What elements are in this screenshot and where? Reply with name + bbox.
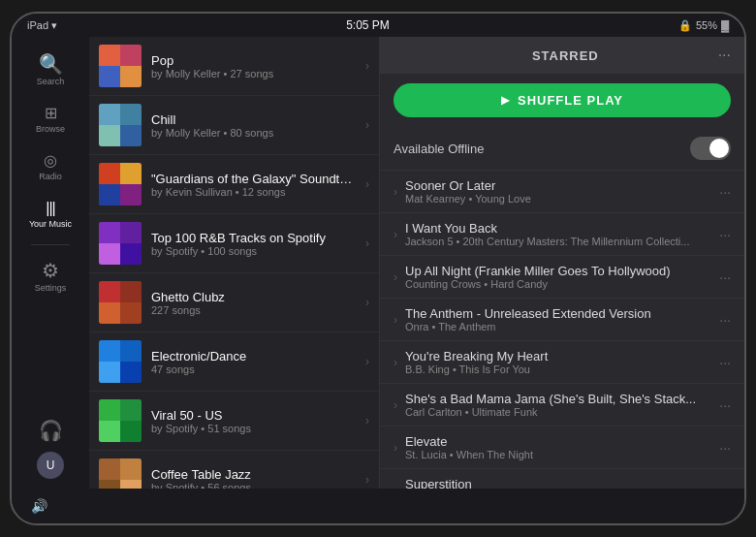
sidebar-item-browse[interactable]: ⊞ Browse [16, 98, 85, 142]
chevron-right-icon: › [365, 59, 369, 73]
playlist-name: Top 100 R&B Tracks on Spotify [151, 231, 356, 245]
sidebar-divider [31, 244, 70, 245]
track-options-icon[interactable]: ··· [719, 269, 731, 285]
playlist-name: Coffee Table Jazz [151, 467, 356, 482]
chevron-right-icon: › [394, 185, 397, 199]
sidebar-item-browse-label: Browse [36, 124, 65, 134]
sidebar-item-radio[interactable]: ◎ Radio [16, 145, 85, 189]
ipad-label: iPad ▾ [27, 19, 57, 32]
sidebar-item-settings[interactable]: ⚙ Settings [16, 253, 85, 300]
avatar[interactable]: U [37, 452, 64, 479]
track-artist: Mat Kearney • Young Love [405, 193, 711, 205]
list-item[interactable]: Ghetto Clubz 227 songs › [89, 273, 379, 332]
playlist-thumb-pop [99, 45, 142, 87]
list-item[interactable]: Electronic/Dance 47 songs › [89, 332, 379, 392]
radio-icon: ◎ [44, 153, 57, 169]
track-options-icon[interactable]: ··· [719, 184, 731, 200]
your-music-icon: ||| [46, 201, 54, 216]
chevron-right-icon: › [365, 237, 369, 250]
track-options-icon[interactable]: ··· [719, 397, 731, 413]
sidebar-item-search[interactable]: 🔍 Search [16, 47, 85, 94]
track-options-icon[interactable]: ··· [719, 355, 731, 370]
track-artist: B.B. King • This Is For You [405, 363, 711, 375]
track-info: You're Breaking My Heart B.B. King • Thi… [405, 349, 711, 375]
track-artist: Carl Carlton • Ultimate Funk [405, 406, 711, 418]
headphones-icon: 🎧 [39, 421, 63, 440]
track-name: Superstition [405, 477, 711, 489]
browse-icon: ⊞ [45, 106, 57, 121]
chevron-right-icon: › [365, 118, 369, 132]
track-info: Elevate St. Lucia • When The Night [405, 434, 711, 460]
playlist-name: Pop [151, 53, 356, 68]
track-info: Up All Night (Frankie Miller Goes To Hol… [405, 264, 711, 290]
playlist-meta: by Spotify • 100 songs [151, 245, 356, 257]
chevron-right-icon: › [365, 177, 369, 191]
status-bar: iPad ▾ 5:05 PM 🔒 55% ▓ [12, 14, 744, 37]
list-item[interactable]: Pop by Molly Keller • 27 songs › [89, 37, 379, 96]
track-options-icon[interactable]: ··· [719, 227, 731, 242]
track-info: I Want You Back Jackson 5 • 20th Century… [405, 221, 711, 247]
track-options-icon[interactable]: ··· [719, 312, 731, 328]
table-row[interactable]: › The Anthem - Unreleased Extended Versi… [380, 299, 744, 341]
track-panel: STARRED ··· ▶ SHUFFLE PLAY Available Off… [380, 37, 744, 489]
table-row[interactable]: › You're Breaking My Heart B.B. King • T… [380, 341, 744, 384]
table-row[interactable]: › She's a Bad Mama Jama (She's Built, Sh… [380, 384, 744, 426]
track-artist: Onra • The Anthem [405, 321, 711, 332]
track-name: Up All Night (Frankie Miller Goes To Hol… [405, 264, 711, 278]
track-name: You're Breaking My Heart [405, 349, 711, 363]
table-row[interactable]: › Elevate St. Lucia • When The Night ··· [380, 426, 744, 469]
playlist-name: Chill [151, 112, 356, 127]
shuffle-play-button[interactable]: ▶ SHUFFLE PLAY [394, 83, 731, 117]
list-item[interactable]: Chill by Molly Keller • 80 songs › [89, 96, 379, 155]
playlist-panel: Pop by Molly Keller • 27 songs › Chill b… [89, 37, 380, 489]
status-right: 🔒 55% ▓ [678, 19, 729, 32]
playlist-info: Chill by Molly Keller • 80 songs [151, 112, 356, 139]
table-row[interactable]: › Up All Night (Frankie Miller Goes To H… [380, 256, 744, 299]
offline-row: Available Offline [380, 127, 744, 171]
playlist-thumb-guardians [99, 163, 142, 205]
playlist-thumb-electronic [99, 340, 142, 383]
list-item[interactable]: Viral 50 - US by Spotify • 51 songs › [89, 392, 379, 451]
track-info: Sooner Or Later Mat Kearney • Young Love [405, 178, 711, 205]
main-area: 🔍 Search ⊞ Browse ◎ Radio ||| Your Music… [12, 37, 744, 489]
chevron-right-icon: › [394, 270, 397, 284]
table-row[interactable]: › Sooner Or Later Mat Kearney • Young Lo… [380, 171, 744, 213]
sidebar-item-your-music[interactable]: ||| Your Music [16, 193, 85, 237]
volume-icon: 🔊 [31, 498, 47, 514]
track-panel-dots[interactable]: ··· [718, 47, 731, 64]
playlist-info: Electronic/Dance 47 songs [151, 349, 356, 375]
playlist-name: Ghetto Clubz [151, 290, 356, 304]
track-info: Superstition Stevie Wonder • Number 1's [405, 477, 711, 489]
list-item[interactable]: Top 100 R&B Tracks on Spotify by Spotify… [89, 214, 379, 273]
list-item[interactable]: "Guardians of the Galaxy" Soundtrack by … [89, 155, 379, 214]
playback-bar: 🔊 [12, 489, 744, 523]
playlist-meta: by Kevin Sullivan • 12 songs [151, 186, 356, 198]
chevron-right-icon: › [394, 313, 397, 327]
playlist-meta: by Molly Keller • 27 songs [151, 68, 356, 79]
chevron-right-icon: › [394, 228, 397, 241]
track-panel-title: STARRED [413, 48, 718, 63]
battery-icon: ▓ [721, 19, 729, 31]
playlist-name: "Guardians of the Galaxy" Soundtrack [151, 172, 356, 186]
playlist-meta: 227 songs [151, 304, 356, 316]
track-artist: Counting Crows • Hard Candy [405, 278, 711, 290]
offline-label: Available Offline [394, 142, 484, 156]
chevron-right-icon: › [365, 355, 369, 368]
playlist-meta: by Spotify • 51 songs [151, 423, 356, 434]
chevron-right-icon: › [365, 296, 369, 309]
search-icon: 🔍 [39, 54, 63, 74]
play-icon: ▶ [501, 94, 510, 107]
playlist-thumb-rnb [99, 222, 142, 265]
track-name: The Anthem - Unreleased Extended Version [405, 306, 711, 321]
status-left: iPad ▾ [27, 19, 57, 32]
table-row[interactable]: › Superstition Stevie Wonder • Number 1'… [380, 469, 744, 489]
table-row[interactable]: › I Want You Back Jackson 5 • 20th Centu… [380, 213, 744, 256]
playlist-info: Ghetto Clubz 227 songs [151, 290, 356, 316]
playlist-info: Viral 50 - US by Spotify • 51 songs [151, 408, 356, 434]
offline-toggle[interactable] [690, 137, 731, 160]
sidebar-item-headphones[interactable]: 🎧 [16, 413, 85, 448]
list-item[interactable]: Coffee Table Jazz by Spotify • 56 songs … [89, 451, 379, 489]
track-options-icon[interactable]: ··· [719, 440, 731, 456]
playlist-meta: 47 songs [151, 363, 356, 375]
chevron-right-icon: › [365, 473, 369, 487]
